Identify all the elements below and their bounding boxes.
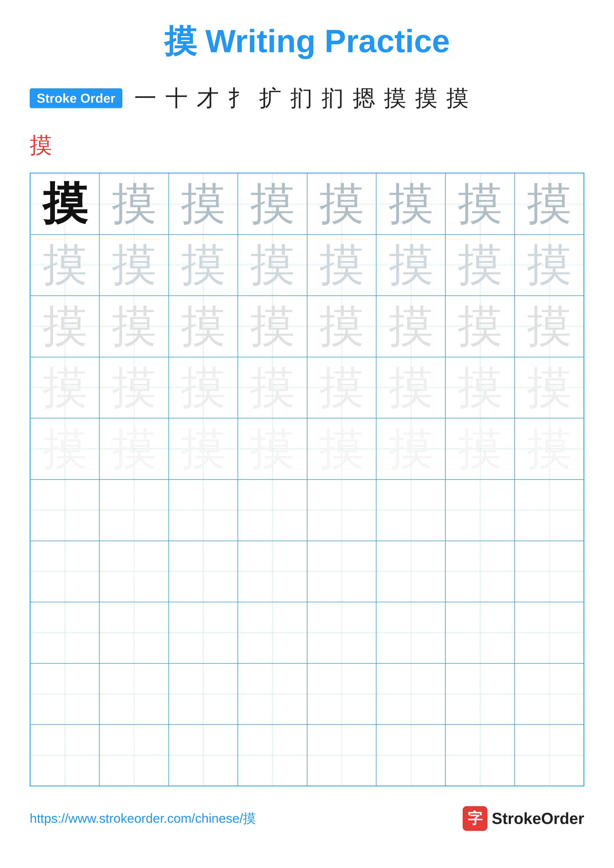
char-r4-c2: 摸 [112,358,156,418]
grid-cell-r10-c3[interactable] [169,724,238,786]
grid-cell-r6-c1[interactable] [30,479,99,541]
grid-cell-r5-c5[interactable]: 摸 [307,418,376,479]
grid-cell-r9-c6[interactable] [376,663,445,725]
stroke-8: 摁 [353,83,375,113]
grid-cell-r9-c4[interactable] [238,663,307,725]
grid-cell-r10-c4[interactable] [238,724,307,786]
grid-cell-r3-c8[interactable]: 摸 [515,296,584,357]
practice-grid[interactable]: 摸 摸 摸 摸 摸 摸 摸 摸 摸 摸 摸 摸 摸 摸 摸 摸 [30,173,584,786]
stroke-4: 扌 [228,83,250,113]
grid-cell-r2-c7[interactable]: 摸 [445,234,515,296]
grid-cell-r4-c4[interactable]: 摸 [238,357,307,418]
grid-cell-r9-c8[interactable] [515,663,584,725]
grid-cell-r1-c1[interactable]: 摸 [30,173,99,234]
char-r3-c4: 摸 [250,296,295,356]
grid-cell-r5-c2[interactable]: 摸 [99,418,168,479]
grid-cell-r6-c2[interactable] [99,479,168,541]
grid-cell-r6-c6[interactable] [376,479,445,541]
grid-cell-r8-c2[interactable] [99,602,168,663]
grid-cell-r4-c1[interactable]: 摸 [30,357,99,418]
grid-cell-r1-c7[interactable]: 摸 [445,173,515,234]
grid-cell-r8-c6[interactable] [376,602,445,663]
grid-cell-r5-c6[interactable]: 摸 [376,418,445,479]
grid-cell-r7-c4[interactable] [238,541,307,602]
grid-cell-r1-c4[interactable]: 摸 [238,173,307,234]
grid-cell-r3-c2[interactable]: 摸 [99,296,168,357]
grid-cell-r8-c7[interactable] [445,602,515,663]
grid-cell-r5-c1[interactable]: 摸 [30,418,99,479]
footer-url[interactable]: https://www.strokeorder.com/chinese/摸 [30,810,256,827]
grid-cell-r1-c3[interactable]: 摸 [169,173,238,234]
grid-cell-r4-c7[interactable]: 摸 [445,357,515,418]
grid-cell-r2-c6[interactable]: 摸 [376,234,445,296]
grid-cell-r4-c3[interactable]: 摸 [169,357,238,418]
char-r1-c6: 摸 [389,174,433,234]
grid-cell-r8-c1[interactable] [30,602,99,663]
grid-cell-r10-c5[interactable] [307,724,376,786]
grid-cell-r9-c5[interactable] [307,663,376,725]
stroke-final-char: 摸 [30,130,52,160]
grid-cell-r9-c7[interactable] [445,663,515,725]
grid-cell-r10-c6[interactable] [376,724,445,786]
grid-cell-r1-c8[interactable]: 摸 [515,173,584,234]
grid-cell-r8-c4[interactable] [238,602,307,663]
page-title: 摸 Writing Practice [30,20,584,64]
grid-cell-r8-c8[interactable] [515,602,584,663]
char-r3-c1: 摸 [43,296,87,356]
grid-cell-r7-c3[interactable] [169,541,238,602]
grid-cell-r7-c7[interactable] [445,541,515,602]
grid-cell-r4-c8[interactable]: 摸 [515,357,584,418]
grid-cell-r1-c5[interactable]: 摸 [307,173,376,234]
grid-cell-r9-c3[interactable] [169,663,238,725]
grid-cell-r2-c8[interactable]: 摸 [515,234,584,296]
grid-cell-r4-c6[interactable]: 摸 [376,357,445,418]
grid-cell-r9-c1[interactable] [30,663,99,725]
grid-cell-r7-c6[interactable] [376,541,445,602]
char-r2-c5: 摸 [319,235,364,295]
char-r1-c4: 摸 [250,174,295,234]
char-r5-c6: 摸 [389,419,433,479]
grid-cell-r3-c6[interactable]: 摸 [376,296,445,357]
grid-cell-r5-c8[interactable]: 摸 [515,418,584,479]
char-r2-c8: 摸 [527,235,571,295]
grid-cell-r4-c5[interactable]: 摸 [307,357,376,418]
grid-cell-r4-c2[interactable]: 摸 [99,357,168,418]
grid-cell-r3-c1[interactable]: 摸 [30,296,99,357]
grid-cell-r10-c7[interactable] [445,724,515,786]
grid-cell-r1-c6[interactable]: 摸 [376,173,445,234]
grid-cell-r1-c2[interactable]: 摸 [99,173,168,234]
grid-cell-r2-c1[interactable]: 摸 [30,234,99,296]
grid-cell-r10-c1[interactable] [30,724,99,786]
char-r4-c8: 摸 [527,358,571,418]
grid-cell-r5-c4[interactable]: 摸 [238,418,307,479]
grid-cell-r6-c4[interactable] [238,479,307,541]
grid-cell-r7-c5[interactable] [307,541,376,602]
grid-cell-r10-c2[interactable] [99,724,168,786]
grid-cell-r6-c5[interactable] [307,479,376,541]
grid-cell-r8-c5[interactable] [307,602,376,663]
grid-cell-r3-c7[interactable]: 摸 [445,296,515,357]
grid-cell-r7-c8[interactable] [515,541,584,602]
grid-cell-r3-c4[interactable]: 摸 [238,296,307,357]
grid-cell-r2-c4[interactable]: 摸 [238,234,307,296]
grid-cell-r2-c2[interactable]: 摸 [99,234,168,296]
footer-logo: 字 StrokeOrder [463,806,584,831]
grid-cell-r9-c2[interactable] [99,663,168,725]
title-chinese-char: 摸 [164,23,196,59]
grid-cell-r2-c3[interactable]: 摸 [169,234,238,296]
grid-cell-r3-c3[interactable]: 摸 [169,296,238,357]
grid-cell-r7-c2[interactable] [99,541,168,602]
grid-cell-r3-c5[interactable]: 摸 [307,296,376,357]
grid-cell-r6-c3[interactable] [169,479,238,541]
char-r5-c7: 摸 [458,419,502,479]
grid-cell-r8-c3[interactable] [169,602,238,663]
grid-cell-r5-c7[interactable]: 摸 [445,418,515,479]
grid-cell-r7-c1[interactable] [30,541,99,602]
grid-cell-r5-c3[interactable]: 摸 [169,418,238,479]
stroke-7: 扪 [322,83,344,113]
grid-cell-r2-c5[interactable]: 摸 [307,234,376,296]
char-r2-c3: 摸 [181,235,225,295]
grid-cell-r6-c8[interactable] [515,479,584,541]
grid-cell-r10-c8[interactable] [515,724,584,786]
grid-cell-r6-c7[interactable] [445,479,515,541]
